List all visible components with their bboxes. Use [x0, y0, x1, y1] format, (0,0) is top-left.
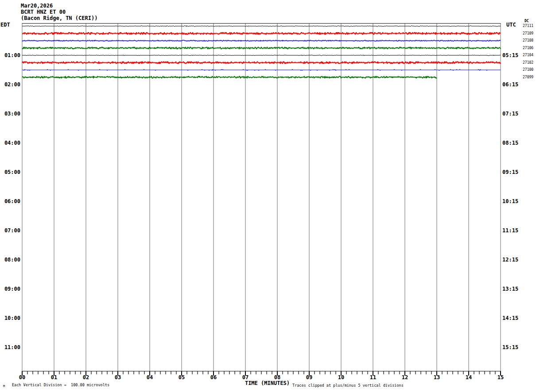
left-hour-label: 05:00: [0, 169, 20, 176]
minute-label: 13: [429, 375, 445, 380]
vertical-division-note: Each Vertical Division = 100.00 microvol…: [12, 383, 109, 387]
dc-value: 27106: [523, 46, 533, 50]
trace-row-0130-blue: [22, 69, 501, 70]
trace-row-0145-green: [22, 77, 437, 78]
right-hour-label: 10:15: [502, 198, 524, 205]
trace-row-0100-black: [22, 55, 501, 56]
minute-label: 15: [493, 375, 509, 380]
left-hour-label: 10:00: [0, 315, 20, 322]
header-station: BCRT HNZ ET 00: [21, 9, 66, 15]
dc-value: 27102: [523, 61, 533, 65]
dc-value: 27100: [523, 68, 533, 72]
left-timezone-label: EDT: [0, 22, 10, 28]
left-hour-label: 11:00: [0, 344, 20, 351]
seismogram-chart: [0, 0, 536, 392]
left-hour-label: 01:00: [0, 52, 20, 59]
dc-value: 27109: [523, 31, 533, 36]
right-hour-label: 12:15: [502, 256, 524, 263]
dc-value: 27111: [523, 24, 533, 28]
clip-note: Traces clipped at plus/minus 5 vertical …: [292, 383, 404, 388]
right-hour-label: 15:15: [502, 344, 524, 351]
left-hour-label: 02:00: [0, 81, 20, 88]
header-location: (Bacon Ridge, TN (CERI)): [21, 15, 97, 21]
minute-label: 06: [206, 375, 221, 380]
dc-column-header: DC: [524, 19, 529, 23]
trace-row-0000-black: [22, 26, 501, 27]
minute-label: 05: [174, 375, 190, 380]
dc-value: 27099: [523, 75, 533, 80]
right-hour-label: 11:15: [502, 227, 524, 234]
left-hour-label: 08:00: [0, 256, 20, 263]
right-hour-label: 08:15: [502, 139, 524, 146]
left-hour-label: 04:00: [0, 139, 20, 146]
trace-row-0015-red: [22, 33, 501, 35]
right-hour-label: 14:15: [502, 315, 524, 322]
trace-row-0045-green: [22, 47, 501, 49]
trace-row-0115-red: [22, 62, 501, 64]
x-axis-title: TIME (MINUTES): [242, 380, 293, 386]
minute-label: 10: [333, 375, 349, 380]
right-hour-label: 05:15: [502, 52, 524, 59]
header-date: Mar20,2026: [21, 3, 53, 9]
trace-row-0030-blue: [22, 40, 501, 41]
minute-label: 02: [78, 375, 94, 380]
corner-mark: M: [3, 384, 5, 388]
minute-label: 04: [142, 375, 158, 380]
helicorder-screen: Mar20,2026 BCRT HNZ ET 00 (Bacon Ridge, …: [0, 0, 536, 392]
left-hour-label: 06:00: [0, 198, 20, 205]
dc-value: 27108: [523, 38, 533, 43]
minute-label: 01: [46, 375, 62, 380]
right-timezone-label: UTC: [506, 22, 516, 28]
dc-value: 27104: [523, 53, 533, 58]
minute-label: 12: [397, 375, 413, 380]
right-hour-label: 07:15: [502, 110, 524, 117]
minute-label: 03: [110, 375, 126, 380]
minute-label: 14: [461, 375, 477, 380]
right-hour-label: 09:15: [502, 169, 524, 176]
left-hour-label: 07:00: [0, 227, 20, 234]
minute-label: 11: [365, 375, 381, 380]
left-hour-label: 09:00: [0, 285, 20, 292]
right-hour-label: 13:15: [502, 285, 524, 292]
minute-label: 09: [301, 375, 317, 380]
right-hour-label: 06:15: [502, 81, 524, 88]
minute-label: 00: [14, 375, 30, 380]
left-hour-label: 03:00: [0, 110, 20, 117]
